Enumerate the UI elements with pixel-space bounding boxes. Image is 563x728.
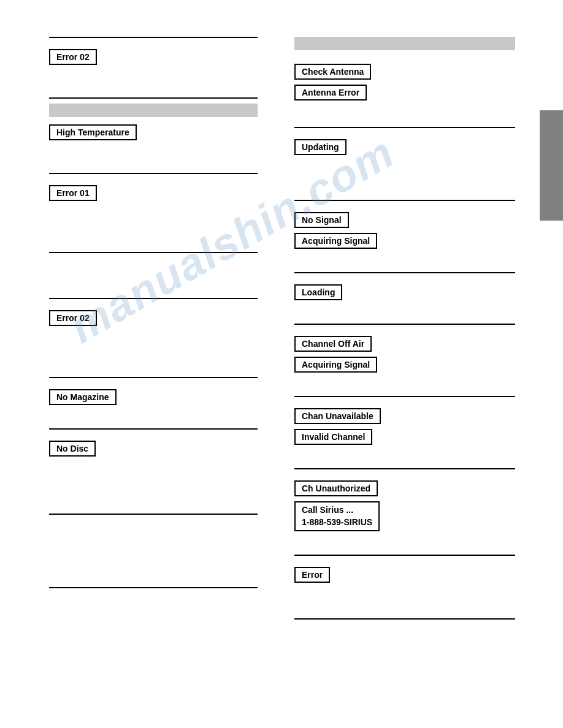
left-section-6: No Magazine <box>49 377 258 422</box>
left-column: Error 02 High Temperature Error 01 Erro <box>0 0 276 728</box>
divider <box>49 252 258 253</box>
no-magazine-badge: No Magazine <box>49 389 117 405</box>
right-section-4: Loading <box>294 272 515 317</box>
divider <box>294 555 515 556</box>
left-section-9 <box>49 587 258 588</box>
antenna-error-badge: Antenna Error <box>294 85 367 100</box>
error-01-badge: Error 01 <box>49 185 97 201</box>
chan-unavailable-badge: Chan Unavailable <box>294 408 381 424</box>
divider <box>294 127 515 128</box>
divider <box>49 587 258 588</box>
left-section-1: Error 02 <box>49 37 258 91</box>
error-02-badge-1: Error 02 <box>49 49 97 65</box>
left-section-8 <box>49 514 258 581</box>
right-section-5: Channel Off Air Acquiring Signal <box>294 324 515 390</box>
right-section-7: Ch Unauthorized Call Sirius ...1-888-539… <box>294 468 515 548</box>
right-section-2: Updating <box>294 127 515 194</box>
check-antenna-badge: Check Antenna <box>294 64 371 80</box>
sidebar-tab <box>540 110 563 221</box>
left-section-3: Error 01 <box>49 173 258 246</box>
left-section-5: Error 02 <box>49 298 258 371</box>
high-temperature-badge: High Temperature <box>49 124 137 140</box>
divider <box>49 298 258 299</box>
right-section-3: No Signal Acquiring Signal <box>294 200 515 266</box>
acquiring-signal-badge-1: Acquiring Signal <box>294 233 377 249</box>
divider <box>49 37 258 38</box>
right-section-8: Error <box>294 555 515 612</box>
right-column: Check Antenna Antenna Error Updating No … <box>276 0 534 728</box>
no-disc-badge: No Disc <box>49 441 96 457</box>
right-section-6: Chan Unavailable Invalid Channel <box>294 396 515 462</box>
divider <box>49 97 258 99</box>
divider <box>294 272 515 273</box>
divider <box>49 514 258 515</box>
divider <box>294 468 515 469</box>
divider <box>294 396 515 397</box>
acquiring-signal-badge-2: Acquiring Signal <box>294 357 377 373</box>
divider <box>49 377 258 378</box>
loading-badge: Loading <box>294 284 342 300</box>
invalid-channel-badge: Invalid Channel <box>294 429 372 445</box>
ch-unauthorized-badge: Ch Unauthorized <box>294 480 378 496</box>
gray-bar-right <box>294 37 515 50</box>
left-section-4 <box>49 252 258 292</box>
divider <box>294 200 515 201</box>
bottom-divider <box>294 618 515 620</box>
error-badge: Error <box>294 567 330 583</box>
updating-badge: Updating <box>294 139 347 155</box>
left-section-7: No Disc <box>49 428 258 507</box>
gray-bar-left <box>49 104 258 117</box>
divider <box>294 324 515 325</box>
no-signal-badge: No Signal <box>294 212 349 228</box>
right-section-1: Check Antenna Antenna Error <box>294 37 515 121</box>
left-section-2: High Temperature <box>49 97 258 167</box>
channel-off-air-badge: Channel Off Air <box>294 336 372 352</box>
divider <box>49 173 258 174</box>
divider <box>49 428 258 430</box>
error-02-badge-2: Error 02 <box>49 310 97 326</box>
call-sirius-badge: Call Sirius ...1-888-539-SIRIUS <box>294 501 380 531</box>
